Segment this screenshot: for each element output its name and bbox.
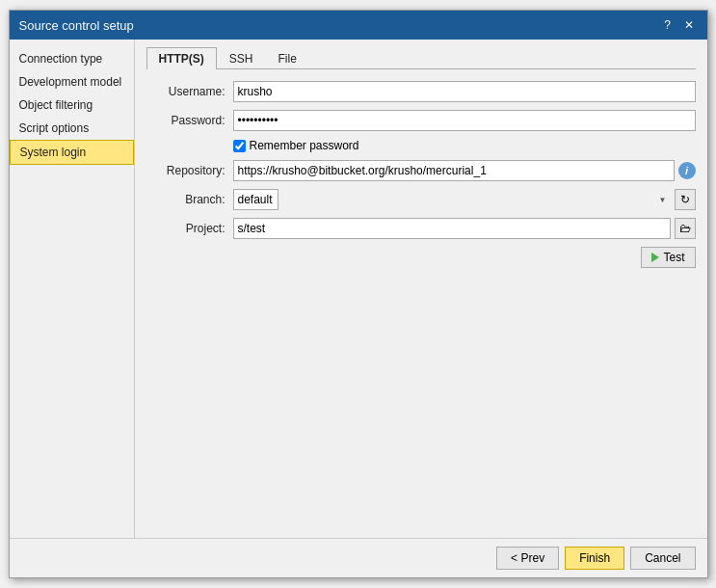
tab-https[interactable]: HTTP(S) [146, 47, 217, 69]
prev-button[interactable]: < Prev [496, 547, 559, 570]
test-row: Test [146, 247, 696, 268]
title-bar: Source control setup ? ✕ [10, 11, 707, 40]
sidebar-item-connection-type[interactable]: Connection type [10, 47, 134, 70]
dialog-body: Connection type Development model Object… [10, 40, 707, 538]
close-button[interactable]: ✕ [680, 16, 698, 34]
password-input[interactable] [233, 110, 696, 131]
dialog-footer: < Prev Finish Cancel [10, 538, 707, 577]
repository-input[interactable] [233, 160, 675, 181]
play-icon [651, 253, 659, 262]
branch-select[interactable]: default [233, 189, 278, 210]
project-row: Project: 🗁 [146, 218, 696, 239]
cancel-button[interactable]: Cancel [630, 547, 695, 570]
tab-ssh[interactable]: SSH [217, 47, 266, 69]
branch-select-wrapper: default [233, 189, 671, 210]
tabs: HTTP(S) SSH File [146, 47, 696, 69]
remember-label: Remember password [250, 139, 359, 152]
username-label: Username: [146, 85, 233, 98]
help-button[interactable]: ? [659, 16, 676, 34]
info-icon[interactable]: i [678, 162, 696, 179]
sidebar-item-development-model[interactable]: Development model [10, 70, 134, 94]
repository-label: Repository: [146, 164, 233, 177]
dialog-title: Source control setup [19, 18, 134, 33]
password-label: Password: [146, 114, 233, 127]
form-area: Username: Password: Remember password Re… [146, 81, 696, 530]
project-input-wrap: 🗁 [233, 218, 696, 239]
sidebar-item-script-options[interactable]: Script options [10, 117, 134, 140]
refresh-button[interactable]: ↻ [675, 189, 696, 210]
project-label: Project: [146, 222, 233, 235]
project-input[interactable] [233, 218, 671, 239]
main-content: HTTP(S) SSH File Username: Password: [135, 40, 707, 538]
title-bar-buttons: ? ✕ [659, 16, 698, 34]
username-input[interactable] [233, 81, 696, 102]
username-row: Username: [146, 81, 696, 102]
branch-label: Branch: [146, 193, 233, 206]
repository-input-wrap: i [233, 160, 696, 181]
test-button[interactable]: Test [641, 247, 695, 268]
password-row: Password: [146, 110, 696, 131]
tab-file[interactable]: File [266, 47, 309, 69]
sidebar: Connection type Development model Object… [10, 40, 135, 538]
sidebar-item-system-login[interactable]: System login [10, 140, 134, 165]
branch-select-wrap: default ↻ [233, 189, 696, 210]
folder-button[interactable]: 🗁 [675, 218, 696, 239]
sidebar-item-object-filtering[interactable]: Object filtering [10, 94, 134, 117]
source-control-dialog: Source control setup ? ✕ Connection type… [9, 10, 708, 578]
remember-row: Remember password [233, 139, 696, 152]
remember-checkbox[interactable] [233, 140, 246, 152]
repository-row: Repository: i [146, 160, 696, 181]
folder-icon: 🗁 [679, 222, 691, 235]
branch-row: Branch: default ↻ [146, 189, 696, 210]
finish-button[interactable]: Finish [565, 547, 624, 570]
